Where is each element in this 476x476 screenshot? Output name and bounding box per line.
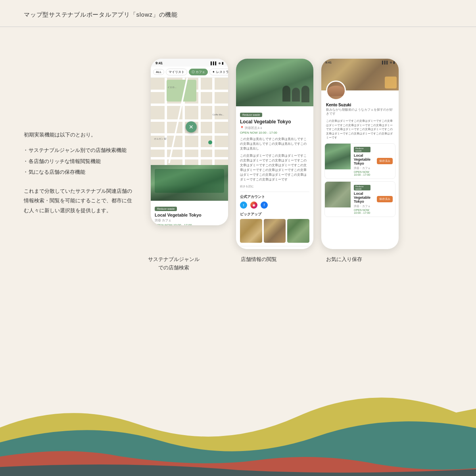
map-area: イエロ... Coffe Mo... オルガン 駅 ✕ — [151, 78, 228, 165]
detail-location: 📍 渋谷区丘2-1 — [240, 126, 309, 130]
caption-save: お気に入り保存 — [305, 255, 383, 272]
profile-name: Kento Suzuki — [321, 103, 399, 107]
route-icon: 🗺 — [287, 249, 290, 250]
saved-hours-2: OPEN NOW 10:00 - 17:00 — [354, 209, 370, 214]
saved-hours-1: OPEN NOW 10:00 - 17:00 — [354, 171, 370, 176]
action-route[interactable]: 🗺 ルート検索 — [285, 249, 291, 250]
detail-shop-name: Local Vegetable Tokyo — [240, 119, 309, 125]
map-pin[interactable]: ✕ — [186, 121, 197, 132]
header: マップ型サステナブルポータルアプリ「slowz」の機能 — [0, 0, 476, 27]
caption-section: サステナブルジャンル での店舗検索 店舗情報の閲覧 お気に入り保存 — [0, 255, 476, 272]
detail-desc-2: この文章はダミーですこの文章はダミーですこの文章はダミーですこの文章はダミーです… — [240, 154, 309, 182]
support-icon: ♡ — [306, 249, 309, 249]
profile-avatar-section — [321, 81, 399, 100]
filter-restaurant[interactable]: ✦ レストラン — [209, 69, 228, 75]
caption-map-search: サステナブルジャンル での店舗検索 — [135, 255, 212, 272]
street-v3 — [198, 78, 201, 165]
saved-name-1: Local Vegetable Tokyo — [354, 154, 370, 165]
street-h4 — [151, 133, 228, 136]
map-pin-small[interactable] — [208, 140, 212, 144]
bullet-item-3: 気になる店舗の保存機能 — [24, 167, 135, 177]
street-h5 — [151, 147, 228, 150]
map-shop-sub: 渋谷 カフェ — [155, 218, 224, 223]
reduce-waste-badge-1: Reduce waste — [155, 207, 177, 211]
pickup-item-1: この文章はダミーですこの文章はダミーです — [240, 219, 262, 243]
filter-mylist[interactable]: マイリスト — [166, 69, 187, 75]
saved-badge-1: Reduce waste — [354, 147, 370, 152]
profile-avatar — [326, 81, 346, 100]
saved-name-2: Local Vegetable Tokyo — [354, 192, 370, 203]
detail-hours: OPEN NOW 10:00 - 17:00 — [240, 131, 309, 134]
filter-bar: ALL マイリスト ◎ カフェ ✦ レストラン ▼ バー — [151, 67, 228, 78]
action-share[interactable]: ↗ シェア — [299, 249, 303, 249]
intro-text: 初期実装機能は以下のとおり。 — [24, 130, 135, 139]
saved-card-img-1 — [325, 144, 351, 169]
filter-cafe[interactable]: ◎ カフェ — [189, 69, 208, 75]
map-label-2: Coffe Mo... — [213, 113, 224, 116]
signal-icon: ▌▌▌ — [211, 61, 217, 65]
wave-section — [0, 365, 476, 476]
saved-btn-1[interactable]: 保存済み — [377, 158, 393, 164]
caption-detail-view: 店舗情報の閲覧 — [220, 255, 298, 272]
twitter-icon[interactable]: t — [240, 202, 247, 209]
pickup-grid: この文章はダミーですこの文章はダミーです この文章はダミーですこの文章はダミーで… — [240, 219, 309, 243]
time-3: 9:41 — [325, 61, 332, 64]
wifi-icon: ⌾ — [219, 61, 221, 65]
social-section-title: 公式アカウント — [240, 194, 309, 200]
status-icons-1: ▌▌▌ ⌾ ▮ — [211, 61, 223, 65]
photo-shape — [155, 169, 224, 193]
pickup-section-title: ピックアップ — [240, 212, 309, 217]
map-photo-bg — [151, 165, 228, 201]
wifi-3: ⌾ — [390, 61, 392, 64]
caption-1-line2: での店舗検索 — [158, 265, 189, 271]
checkin-row: チェック... 🗺 ルート検索 🔖 保存 ↗ シェア — [240, 246, 309, 249]
map-bottom-card: Reduce waste Local Vegetable Tokyo 渋谷 カフ… — [151, 201, 228, 225]
profile-desc: この文章はダミーですこの文章はダミーですこの文章はダミーですこの文章はダミーです… — [321, 119, 399, 140]
saved-card-img-2 — [325, 182, 351, 207]
caption-3: お気に入り保存 — [326, 256, 362, 262]
saved-action-1: 保存済み — [374, 144, 395, 178]
main-content: 初期実装機能は以下のとおり。 サステナブルジャンル別での店舗検索機能 各店舗のリ… — [0, 27, 476, 249]
map-park — [167, 80, 196, 102]
map-label-1: イエロ... — [167, 86, 177, 89]
page-title: マップ型サステナブルポータルアプリ「slowz」の機能 — [24, 11, 178, 18]
map-bottom-photo — [151, 165, 228, 201]
wave-svg — [0, 365, 476, 476]
status-icons-3: ▌▌▌ ⌾ ▮ — [382, 61, 395, 64]
filter-all[interactable]: ALL — [153, 69, 164, 75]
detail-content: Reduce waste Local Vegetable Tokyo 📍 渋谷区… — [236, 106, 313, 249]
saved-card-content-2: Reduce waste Local Vegetable Tokyo 渋谷・カフ… — [351, 182, 374, 217]
instagram-icon[interactable]: ◉ — [250, 202, 257, 209]
battery-3: ▮ — [393, 61, 395, 64]
description-text: これまで分散していたサステナブル関連店舗の情報検索・閲覧を可能にすることで、都市… — [24, 186, 135, 216]
avatar-face — [327, 86, 345, 96]
street-h2 — [151, 104, 228, 106]
pickup-item-2: この文章はダミーですこの文章はダミーです — [264, 219, 286, 243]
facebook-icon[interactable]: f — [261, 202, 268, 209]
social-icons-row: t ◉ f — [240, 202, 309, 209]
action-support[interactable]: ♡ 支てる — [306, 249, 309, 249]
caption-1-line1: サステナブルジャンル — [148, 256, 200, 262]
saved-card-content-1: Reduce waste Local Vegetable Tokyo 渋谷・カフ… — [351, 144, 374, 178]
detail-hero-image — [236, 59, 313, 106]
street-h6 — [151, 157, 228, 159]
battery-icon: ▮ — [222, 61, 223, 65]
mockups-section: 9:41 ▌▌▌ ⌾ ▮ ALL マイリスト ◎ カフェ ✦ レストラン ▼ バ… — [151, 51, 452, 249]
map-label-3: オルガン 駅 — [154, 137, 167, 141]
street-v4 — [212, 78, 215, 165]
saved-card-2: Reduce waste Local Vegetable Tokyo 渋谷・カフ… — [324, 181, 395, 217]
status-bar-1: 9:41 ▌▌▌ ⌾ ▮ — [151, 59, 228, 67]
saved-card-1: Reduce waste Local Vegetable Tokyo 渋谷・カフ… — [324, 143, 395, 179]
detail-desc-1: この文章は見出しですこの文章は見出しですこの文章は見出しですこの文章は見出しです… — [240, 137, 309, 151]
read-more[interactable]: 続きを読む — [240, 184, 309, 188]
saved-action-2: 保存済み — [374, 182, 395, 217]
saved-btn-2[interactable]: 保存済み — [377, 196, 393, 202]
signal-3: ▌▌▌ — [382, 61, 389, 64]
phone-profile-mockup: 9:41 ▌▌▌ ⌾ ▮ Kento Suzuki 飲みながら朝飯前の — [321, 59, 399, 249]
location-icon: 📍 — [240, 126, 244, 130]
map-shop-hours: OPEN NOW 10:00 - 17:00 — [155, 223, 224, 225]
share-icon: ↗ — [300, 249, 303, 249]
time-1: 9:41 — [155, 61, 163, 65]
detail-img-overlay — [236, 59, 313, 106]
map-visual: イエロ... Coffe Mo... オルガン 駅 ✕ — [151, 78, 228, 165]
